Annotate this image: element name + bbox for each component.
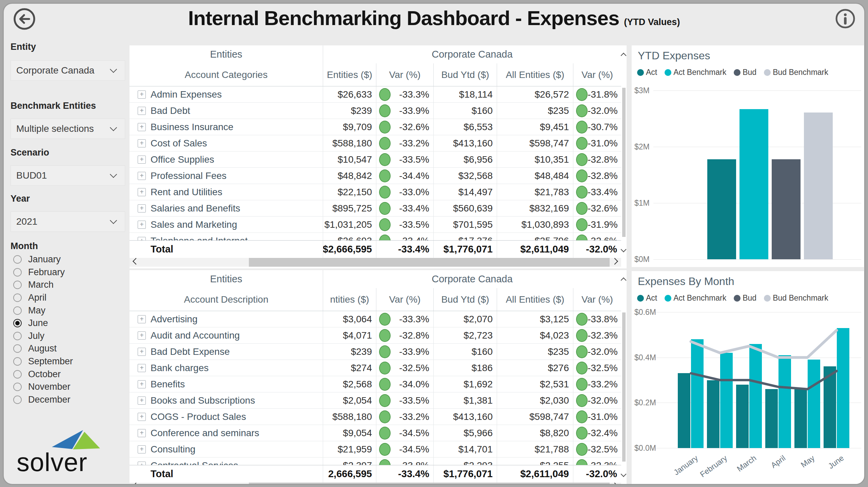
table-row[interactable]: + Admin Expenses $26,633 -33.3% $18,114 … xyxy=(130,86,621,103)
month-radio-option[interactable]: September xyxy=(11,355,122,368)
bar-act-benchmark[interactable] xyxy=(837,328,849,448)
table-row[interactable]: + Consulting $21,959 -34.5% $14,701 $21,… xyxy=(130,441,621,458)
legend-item[interactable]: Act xyxy=(637,293,657,303)
year-dropdown[interactable]: 2021 xyxy=(11,211,125,232)
scroll-up-icon[interactable] xyxy=(621,53,627,59)
expand-row-icon[interactable]: + xyxy=(138,380,146,388)
bar-act-benchmark[interactable] xyxy=(749,344,762,448)
month-radio-option[interactable]: August xyxy=(11,342,122,355)
column-header[interactable]: ntities ($) xyxy=(323,288,376,311)
expand-row-icon[interactable]: + xyxy=(138,397,146,405)
horizontal-scrollbar[interactable] xyxy=(130,258,621,267)
table-row[interactable]: + Benefits $2,568 -34.0% $1,692 $2,531 -… xyxy=(130,376,621,392)
column-header[interactable]: Var (%) xyxy=(573,288,621,311)
scroll-right-icon[interactable] xyxy=(611,483,618,485)
expand-row-icon[interactable]: + xyxy=(138,413,146,421)
vertical-scrollbar[interactable] xyxy=(621,45,627,260)
expand-row-icon[interactable]: + xyxy=(138,429,146,437)
column-header[interactable]: Var (%) xyxy=(573,63,621,86)
table-row[interactable]: + Bank charges $274 -32.5% $186 $276 -32… xyxy=(130,360,621,376)
legend-item[interactable]: Bud xyxy=(734,68,756,77)
table-row[interactable]: + Rent and Utilities $22,150 -33.0% $14,… xyxy=(130,184,621,200)
table-row[interactable]: + Bad Debt Expense $239 -33.9% $160 $235… xyxy=(130,344,621,360)
column-header[interactable]: All Entities ($) xyxy=(497,63,573,86)
bar-bud-benchmark[interactable] xyxy=(804,113,833,259)
expand-row-icon[interactable]: + xyxy=(138,315,146,323)
column-header[interactable]: Bud Ytd ($) xyxy=(433,63,497,86)
expand-row-icon[interactable]: + xyxy=(138,107,146,115)
column-header[interactable]: All Entities ($) xyxy=(497,288,573,311)
month-radio-option[interactable]: January xyxy=(11,253,122,266)
expand-row-icon[interactable]: + xyxy=(138,188,146,196)
bar-act[interactable] xyxy=(736,385,749,448)
legend-item[interactable]: Bud Benchmark xyxy=(764,293,828,303)
month-radio-option[interactable]: May xyxy=(11,304,122,317)
scroll-up-icon[interactable] xyxy=(621,278,627,283)
expand-row-icon[interactable]: + xyxy=(138,462,146,465)
column-header[interactable]: Bud Ytd ($) xyxy=(433,288,497,311)
expand-row-icon[interactable]: + xyxy=(138,172,146,180)
bar-act[interactable] xyxy=(707,380,719,448)
expand-row-icon[interactable]: + xyxy=(138,445,146,453)
bar-act[interactable] xyxy=(678,373,690,448)
month-radio-option[interactable]: February xyxy=(11,266,122,279)
column-header[interactable]: Var (%) xyxy=(376,63,433,86)
expand-row-icon[interactable]: + xyxy=(138,348,146,356)
table-row[interactable]: + Bad Debt $239 -33.9% $160 $235 -32.0% xyxy=(130,103,621,119)
bar-act[interactable] xyxy=(794,389,807,448)
month-radio-option[interactable]: July xyxy=(11,330,122,343)
entity-dropdown[interactable]: Corporate Canada xyxy=(11,60,125,81)
bar-act-benchmark[interactable] xyxy=(778,355,791,448)
legend-item[interactable]: Bud Benchmark xyxy=(764,68,828,77)
column-header[interactable]: Account Categories xyxy=(130,63,323,86)
column-header[interactable]: Var (%) xyxy=(376,288,433,311)
vertical-scrollbar[interactable] xyxy=(621,270,627,479)
bar-act[interactable] xyxy=(824,366,836,448)
scenario-dropdown[interactable]: BUD01 xyxy=(11,165,125,186)
month-radio-option[interactable]: March xyxy=(11,279,122,291)
legend-item[interactable]: Act xyxy=(637,68,657,77)
table-row[interactable]: + Sales and Marketing $1,031,205 -33.5% … xyxy=(130,217,621,233)
horizontal-scroll-thumb[interactable] xyxy=(249,483,610,485)
scroll-down-icon[interactable] xyxy=(621,247,627,252)
table-row[interactable]: + Advertising $3,064 -33.3% $2,070 $3,12… xyxy=(130,311,621,327)
table-row[interactable]: + Professional Fees $48,842 -34.4% $32,5… xyxy=(130,168,621,184)
bar-act-benchmark[interactable] xyxy=(720,353,733,448)
legend-item[interactable]: Act Benchmark xyxy=(665,68,726,77)
table-row[interactable]: + Cost of Sales $588,180 -33.2% $413,160… xyxy=(130,135,621,151)
scroll-right-icon[interactable] xyxy=(611,258,618,265)
scroll-down-icon[interactable] xyxy=(621,471,627,477)
vertical-scroll-thumb[interactable] xyxy=(622,88,626,237)
expand-row-icon[interactable]: + xyxy=(138,204,146,212)
expand-row-icon[interactable]: + xyxy=(138,221,146,229)
benchmark-entities-dropdown[interactable]: Multiple selections xyxy=(11,119,125,139)
expand-row-icon[interactable]: + xyxy=(138,237,146,241)
table-row[interactable]: + Books and Subscriptions $2,054 -33.5% … xyxy=(130,392,621,409)
table-row[interactable]: + Audit and Accounting $4,071 -32.8% $2,… xyxy=(130,327,621,344)
table-row[interactable]: + Contractual Services $2,397 -33.8% $2,… xyxy=(130,458,621,465)
expand-row-icon[interactable]: + xyxy=(138,331,146,340)
horizontal-scroll-thumb[interactable] xyxy=(249,258,610,267)
expand-row-icon[interactable]: + xyxy=(138,90,146,99)
expand-row-icon[interactable]: + xyxy=(138,139,146,147)
scroll-left-icon[interactable] xyxy=(133,483,139,485)
bar-act[interactable] xyxy=(765,389,778,448)
bar-act-benchmark[interactable] xyxy=(739,109,768,259)
expand-row-icon[interactable]: + xyxy=(138,123,146,131)
table-row[interactable]: + Conference and seminars $9,054 -34.5% … xyxy=(130,425,621,441)
table-row[interactable]: + Telephone and Internet $26,693 -33.4% … xyxy=(130,233,621,240)
expand-row-icon[interactable]: + xyxy=(138,156,146,164)
info-button[interactable] xyxy=(834,8,856,31)
bar-bud[interactable] xyxy=(772,159,801,259)
scroll-left-icon[interactable] xyxy=(133,258,139,265)
vertical-scroll-thumb[interactable] xyxy=(622,312,626,462)
month-radio-option[interactable]: October xyxy=(11,368,122,381)
legend-item[interactable]: Bud xyxy=(734,293,756,303)
bar-act-benchmark[interactable] xyxy=(691,339,704,448)
bar-act-benchmark[interactable] xyxy=(808,360,820,448)
column-header[interactable]: Account Description xyxy=(130,288,323,311)
table-row[interactable]: + Office Supplies $10,547 -33.5% $6,956 … xyxy=(130,151,621,168)
bar-act[interactable] xyxy=(707,159,736,259)
month-radio-option[interactable]: December xyxy=(11,393,122,406)
month-radio-option[interactable]: November xyxy=(11,381,122,393)
